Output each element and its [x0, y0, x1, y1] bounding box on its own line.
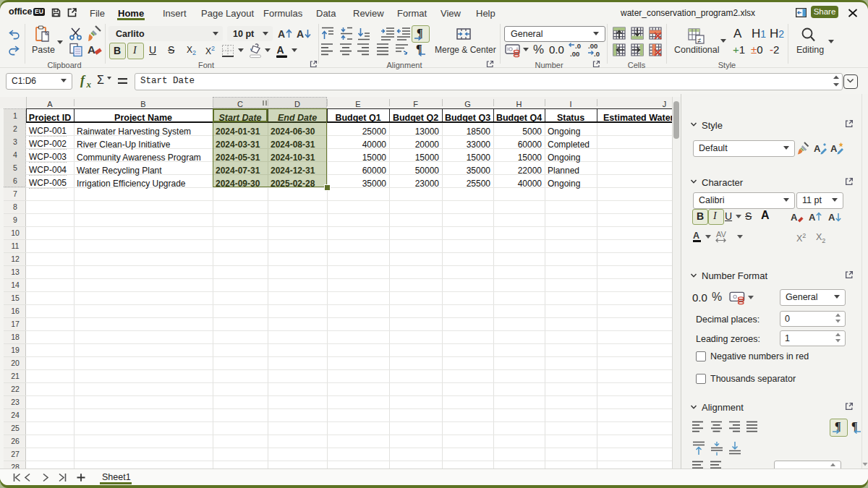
svg-text:.0: .0: [575, 42, 581, 50]
svg-text:A: A: [693, 231, 699, 241]
svg-text:A: A: [809, 212, 816, 223]
svg-text:A: A: [277, 44, 284, 56]
svg-text:A: A: [791, 212, 798, 223]
svg-text:A: A: [830, 143, 838, 154]
svg-text:AV: AV: [716, 230, 727, 239]
svg-text:A: A: [297, 28, 304, 40]
svg-text:A: A: [814, 143, 821, 154]
svg-text:.00: .00: [570, 50, 579, 58]
svg-text:A: A: [278, 28, 285, 40]
svg-text:x: x: [86, 79, 92, 88]
svg-text:.00: .00: [588, 42, 597, 50]
svg-text:f: f: [80, 74, 86, 87]
svg-text:≠: ≠: [698, 37, 702, 44]
svg-text:.0: .0: [594, 50, 600, 58]
svg-text:A: A: [88, 43, 95, 56]
svg-text:A: A: [828, 212, 835, 223]
